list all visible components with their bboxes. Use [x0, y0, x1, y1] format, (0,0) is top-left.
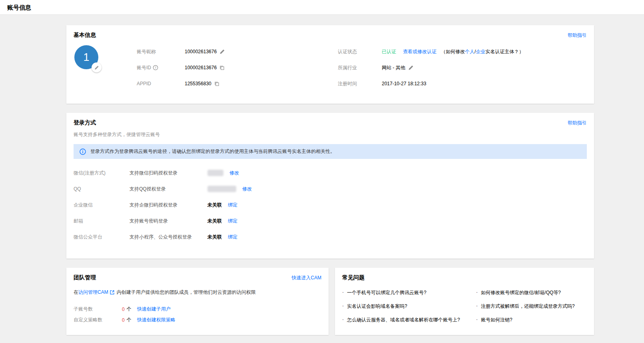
page-title: 账号信息	[0, 0, 644, 15]
nickname-row: 账号昵称 100002613676	[137, 44, 338, 60]
team-desc-suffix: 内创建子用户提供给您的团队成员，管理他们对云资源的访问权限	[117, 289, 256, 296]
bullet-icon: ·	[342, 303, 344, 310]
login-desc: 支持QQ授权登录	[130, 186, 207, 193]
bullet-icon: ·	[342, 289, 344, 296]
login-row-qq: QQ 支持QQ授权登录 修改	[74, 181, 587, 197]
appid-label: APPID	[137, 81, 185, 86]
regtime-row: 注册时间 2017-10-27 18:12:33	[338, 76, 587, 92]
copy-appid-icon[interactable]	[214, 81, 219, 86]
industry-label: 所属行业	[338, 64, 382, 71]
login-methods-card: 登录方式 帮助指引 账号支持多种登录方式，便捷管理云账号 登录方式作为登录腾讯云…	[66, 113, 594, 259]
account-id-label: 账号ID	[137, 64, 151, 71]
faq-title: 常见问题	[342, 274, 365, 281]
login-row-wechat: 微信(注册方式) 支持微信扫码授权登录 修改	[74, 165, 587, 181]
basic-help-link[interactable]: 帮助指引	[568, 32, 587, 39]
account-id-row: 账号ID ? 100002613676	[137, 60, 338, 76]
bind-wecom-link[interactable]: 绑定	[228, 202, 237, 209]
login-notice-banner: 登录方式作为登录腾讯云账号的途径，请确认您所绑定的登录方式的使用主体与当前腾讯云…	[74, 144, 587, 159]
auth-note-suffix: 实名认证主体？）	[485, 49, 524, 54]
login-methods-title: 登录方式	[74, 119, 96, 126]
login-label: 微信(注册方式)	[74, 170, 130, 177]
stat-unit: 个	[127, 306, 132, 313]
login-desc: 支持小程序、公众号授权登录	[130, 234, 207, 241]
svg-text:?: ?	[155, 66, 156, 70]
external-link-icon	[110, 290, 115, 295]
faq-item[interactable]: ·注册方式被解绑后，还能绑定成登录方式吗?	[476, 303, 587, 310]
custom-policy-stat-row: 自定义策略数 0 个 快速创建权限策略	[74, 315, 321, 325]
view-modify-auth-link[interactable]: 查看或修改认证	[403, 48, 437, 55]
auth-status-row: 认证状态 已认证 查看或修改认证 （如何修改个人/企业实名认证主体？）	[338, 44, 587, 60]
bullet-icon: ·	[342, 317, 344, 323]
modify-qq-link[interactable]: 修改	[242, 186, 252, 193]
appid-value: 1255356830	[185, 81, 211, 86]
bullet-icon: ·	[476, 289, 478, 296]
sub-account-count: 0	[122, 307, 125, 312]
edit-industry-icon[interactable]	[408, 65, 414, 70]
login-desc: 支持企微扫码授权登录	[130, 202, 207, 209]
main-content: 基本信息 帮助指引 1 账号昵称	[0, 15, 594, 343]
team-title: 团队管理	[74, 274, 96, 281]
industry-value: 网站 - 其他	[382, 64, 405, 71]
avatar-edit-button[interactable]	[92, 62, 102, 72]
enterprise-auth-link[interactable]: 企业	[476, 49, 485, 54]
login-help-link[interactable]: 帮助指引	[568, 120, 587, 126]
stat-label: 子账号数	[74, 306, 122, 313]
login-label: QQ	[74, 186, 130, 192]
industry-row: 所属行业 网站 - 其他	[338, 60, 587, 76]
faq-item[interactable]: ·如何修改账号绑定的微信/邮箱/QQ等?	[476, 289, 587, 296]
login-desc: 支持微信扫码授权登录	[130, 170, 207, 177]
bullet-icon: ·	[476, 303, 478, 310]
stat-unit: 个	[127, 317, 132, 323]
login-label: 邮箱	[74, 218, 130, 225]
create-sub-user-link[interactable]: 快速创建子用户	[137, 306, 171, 313]
masked-value	[207, 186, 236, 192]
question-circle-icon[interactable]: ?	[153, 65, 158, 70]
pencil-icon	[94, 65, 99, 70]
avatar-text: 1	[83, 51, 89, 64]
faq-item[interactable]: ·一个手机号可以绑定几个腾讯云账号?	[342, 289, 476, 296]
faq-item[interactable]: ·实名认证会影响域名备案吗?	[342, 303, 476, 310]
basic-info-title: 基本信息	[74, 32, 96, 39]
bind-email-link[interactable]: 绑定	[228, 218, 237, 225]
login-desc: 支持账号密码登录	[130, 218, 207, 225]
login-label: 企业微信	[74, 202, 130, 209]
regtime-value: 2017-10-27 18:12:33	[382, 81, 426, 86]
auth-status-badge: 已认证	[382, 48, 396, 55]
login-row-wecom: 企业微信 支持企微扫码授权登录 未关联 绑定	[74, 197, 587, 213]
custom-policy-count: 0	[122, 317, 125, 323]
enter-cam-link[interactable]: 快速进入CAM	[291, 275, 321, 281]
nickname-label: 账号昵称	[137, 48, 185, 55]
create-policy-link[interactable]: 快速创建权限策略	[137, 317, 175, 323]
login-notice-text: 登录方式作为登录腾讯云账号的途径，请确认您所绑定的登录方式的使用主体与当前腾讯云…	[90, 148, 335, 155]
edit-nickname-icon[interactable]	[219, 49, 225, 54]
avatar[interactable]: 1	[74, 45, 98, 69]
login-status: 未关联	[207, 202, 222, 209]
faq-item[interactable]: ·怎么确认云服务器、域名或者域名解析在哪个账号上?	[342, 317, 476, 323]
info-icon	[80, 148, 86, 155]
sub-account-stat-row: 子账号数 0 个 快速创建子用户	[74, 304, 321, 315]
basic-info-card: 基本信息 帮助指引 1 账号昵称	[66, 25, 594, 104]
regtime-label: 注册时间	[338, 80, 382, 87]
modify-wechat-link[interactable]: 修改	[229, 170, 239, 177]
cam-console-link[interactable]: 访问管理CAM	[78, 289, 108, 296]
team-management-card: 团队管理 快速进入CAM 在访问管理CAM 内创建子用户提供给您的团队成员，管理…	[66, 268, 329, 335]
appid-row: APPID 1255356830	[137, 76, 338, 92]
team-desc-prefix: 在	[74, 289, 78, 296]
auth-status-label: 认证状态	[338, 48, 382, 55]
faq-item[interactable]: ·账号如何注销?	[476, 317, 587, 323]
login-status: 未关联	[207, 234, 222, 241]
copy-account-id-icon[interactable]	[219, 65, 225, 70]
account-id-value: 100002613676	[185, 65, 217, 70]
nickname-value: 100002613676	[185, 49, 217, 54]
bullet-icon: ·	[476, 317, 478, 323]
personal-auth-link[interactable]: 个人	[465, 49, 475, 54]
login-row-wechat-official: 微信公众平台 支持小程序、公众号授权登录 未关联 绑定	[74, 229, 587, 245]
auth-note-prefix: （如何修改	[441, 49, 465, 54]
login-label: 微信公众平台	[74, 234, 130, 241]
faq-card: 常见问题 ·一个手机号可以绑定几个腾讯云账号? ·实名认证会影响域名备案吗? ·…	[335, 268, 594, 335]
login-subtitle: 账号支持多种登录方式，便捷管理云账号	[74, 131, 587, 138]
masked-value	[207, 170, 223, 176]
bind-wechat-official-link[interactable]: 绑定	[228, 234, 237, 241]
login-status: 未关联	[207, 218, 222, 225]
stat-label: 自定义策略数	[74, 317, 122, 323]
